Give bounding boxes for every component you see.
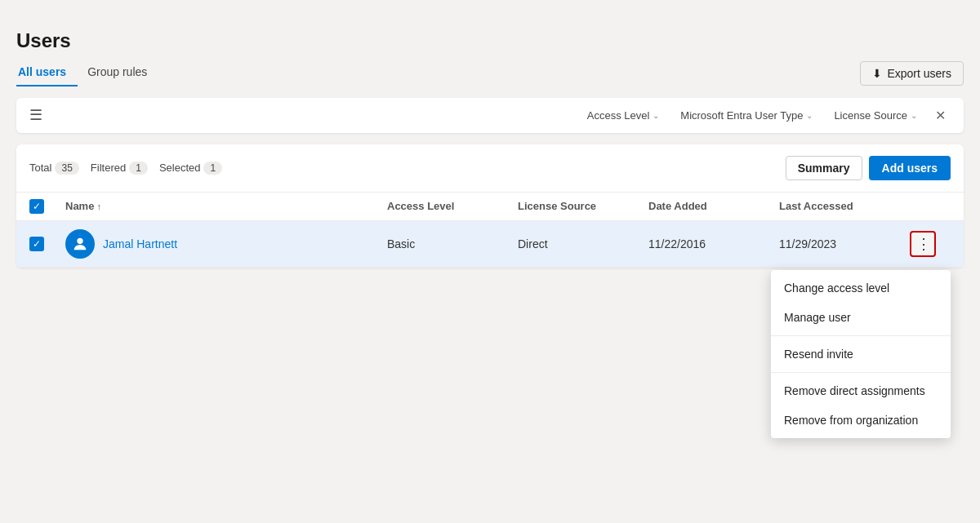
- svg-point-0: [77, 237, 82, 243]
- card-stats: Total 35 Filtered 1 Selected 1: [29, 162, 786, 175]
- summary-button[interactable]: Summary: [786, 156, 862, 180]
- person-icon: [71, 235, 89, 253]
- menu-item-manage-user[interactable]: Manage user: [771, 303, 951, 332]
- filter-chip-license-source[interactable]: License Source ⌄: [827, 106, 924, 125]
- col-header-license-source[interactable]: License Source: [518, 200, 648, 212]
- filter-icon[interactable]: ☰: [29, 106, 42, 124]
- chevron-down-icon-access: ⌄: [653, 111, 659, 120]
- filter-chip-access-level[interactable]: Access Level ⌄: [581, 106, 666, 125]
- chevron-down-icon-entra: ⌄: [806, 111, 813, 120]
- header-check-icon: ✓: [33, 201, 41, 212]
- avatar: [65, 229, 95, 259]
- menu-item-change-access-level[interactable]: Change access level: [771, 273, 951, 303]
- selected-label: Selected: [159, 162, 201, 174]
- tab-group-rules[interactable]: Group rules: [86, 60, 158, 86]
- filtered-label: Filtered: [91, 162, 126, 174]
- tabs: All users Group rules: [16, 60, 167, 86]
- add-users-button[interactable]: Add users: [869, 156, 951, 180]
- more-actions-button[interactable]: ⋮: [910, 231, 951, 257]
- page-title: Users: [16, 29, 964, 52]
- license-source-value: Direct: [518, 237, 648, 250]
- access-level-chip-label: Access Level: [587, 109, 650, 122]
- main-card: Total 35 Filtered 1 Selected 1 Summary A…: [16, 144, 964, 268]
- selected-badge: 1: [203, 162, 222, 175]
- divider-2: [771, 372, 951, 373]
- download-icon: ⬇: [872, 67, 882, 80]
- license-source-chip-label: License Source: [834, 109, 907, 122]
- user-cell: Jamal Hartnett: [65, 229, 387, 259]
- tabs-row: All users Group rules ⬇ Export users: [16, 60, 964, 86]
- col-header-last-accessed[interactable]: Last Accessed: [779, 200, 910, 212]
- menu-item-remove-direct-assignments[interactable]: Remove direct assignments: [771, 376, 951, 406]
- row-checkbox[interactable]: ✓: [29, 237, 65, 251]
- divider-1: [771, 335, 951, 336]
- export-users-button[interactable]: ⬇ Export users: [860, 61, 964, 86]
- filter-chips: Access Level ⌄ Microsoft Entra User Type…: [581, 106, 924, 125]
- header-checkbox[interactable]: ✓: [29, 199, 65, 214]
- menu-item-remove-from-organization[interactable]: Remove from organization: [771, 406, 951, 435]
- filter-chip-entra-user-type[interactable]: Microsoft Entra User Type ⌄: [674, 106, 819, 125]
- card-actions: Summary Add users: [786, 156, 951, 180]
- page-container: Users All users Group rules ⬇ Export use…: [16, 13, 964, 511]
- sort-asc-icon: ↑: [96, 202, 101, 211]
- table-header: ✓ Name ↑ Access Level License Source Dat…: [16, 193, 964, 221]
- date-added-value: 11/22/2016: [648, 237, 779, 250]
- more-dots-icon: ⋮: [916, 237, 930, 251]
- name-col-label: Name: [65, 200, 94, 212]
- tab-all-users[interactable]: All users: [16, 60, 78, 86]
- last-accessed-value: 11/29/2023: [779, 237, 910, 250]
- entra-user-type-chip-label: Microsoft Entra User Type: [680, 109, 803, 122]
- chevron-down-icon-license: ⌄: [911, 111, 917, 120]
- total-badge: 35: [55, 162, 78, 175]
- row-check-icon: ✓: [33, 238, 41, 250]
- col-header-name[interactable]: Name ↑: [65, 200, 387, 212]
- table-row: ✓ Jamal Hartnett Basic Direct 11/22/2016…: [16, 221, 964, 268]
- user-name[interactable]: Jamal Hartnett: [103, 237, 177, 250]
- total-label: Total: [29, 162, 51, 174]
- card-header: Total 35 Filtered 1 Selected 1 Summary A…: [16, 144, 964, 193]
- dropdown-menu: Change access level Manage user Resend i…: [771, 270, 951, 438]
- access-level-value: Basic: [387, 237, 518, 250]
- col-header-access-level[interactable]: Access Level: [387, 200, 518, 212]
- filtered-badge: 1: [129, 162, 148, 175]
- export-users-label: Export users: [887, 67, 951, 80]
- col-header-date-added[interactable]: Date Added: [648, 200, 779, 212]
- filter-close-button[interactable]: ✕: [930, 106, 951, 125]
- filter-bar: ☰ Access Level ⌄ Microsoft Entra User Ty…: [16, 98, 964, 133]
- menu-item-resend-invite[interactable]: Resend invite: [771, 339, 951, 369]
